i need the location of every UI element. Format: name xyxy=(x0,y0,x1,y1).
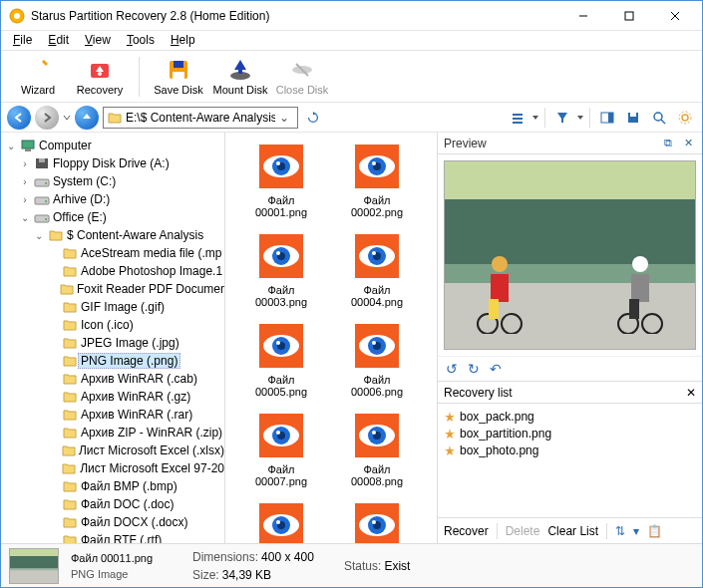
svg-point-110 xyxy=(642,314,662,334)
recovery-save-icon[interactable]: ▾ xyxy=(633,524,639,538)
svg-point-88 xyxy=(276,520,280,524)
mount-disk-button[interactable]: Mount Disk xyxy=(211,53,269,101)
tree-folder[interactable]: Архив WinRAR (.cab) xyxy=(1,370,224,388)
tree-folder[interactable]: Adobe Photoshop Image.1 xyxy=(1,262,224,280)
tree-folder[interactable]: Icon (.ico) xyxy=(1,316,224,334)
recovery-item[interactable]: box_photo.png xyxy=(444,441,696,458)
file-thumbnail[interactable]: Файл 00007.png xyxy=(241,410,321,489)
view-dropdown-icon[interactable] xyxy=(532,113,538,123)
expand-icon[interactable]: › xyxy=(19,158,31,169)
recovery-item[interactable]: box_pack.png xyxy=(444,408,696,425)
tree-folder[interactable]: Лист Microsoft Excel (.xlsx) xyxy=(1,441,224,459)
wizard-button[interactable]: Wizard xyxy=(9,53,67,101)
reset-rotation-icon[interactable]: ↶ xyxy=(490,361,502,377)
recovery-paste-icon[interactable]: 📋 xyxy=(647,524,662,538)
tree-folder[interactable]: Файл RTF (.rtf) xyxy=(1,531,224,543)
file-thumbnail[interactable]: Файл 00010.png xyxy=(337,499,417,543)
expand-icon[interactable]: ⌄ xyxy=(33,230,45,241)
preview-popout-icon[interactable]: ⧉ xyxy=(660,136,676,151)
rotate-left-icon[interactable]: ↺ xyxy=(446,361,458,377)
options-button[interactable] xyxy=(674,107,696,129)
close-button[interactable] xyxy=(652,1,698,31)
tree-folder[interactable]: Файл DOCX (.docx) xyxy=(1,513,224,531)
tree-computer[interactable]: ⌄Computer xyxy=(1,137,224,154)
tree-folder[interactable]: Архив WinRAR (.gz) xyxy=(1,388,224,406)
address-dropdown-icon[interactable]: ⌄ xyxy=(275,111,293,125)
tree-folder[interactable]: Архив ZIP - WinRAR (.zip) xyxy=(1,424,224,441)
file-thumbnail[interactable]: Файл 00004.png xyxy=(337,230,417,310)
tree-folder[interactable]: Архив WinRAR (.rar) xyxy=(1,406,224,424)
funnel-icon xyxy=(555,111,569,125)
tree-folder[interactable]: Файл DOC (.doc) xyxy=(1,495,224,513)
tree-folder[interactable]: Лист Microsoft Excel 97-20 xyxy=(1,459,224,477)
menu-bar: File Edit View Tools Help xyxy=(1,31,702,51)
file-name: Файл 00003.png xyxy=(243,284,319,308)
recovery-button[interactable]: Recovery xyxy=(71,53,129,101)
tree-folder[interactable]: Файл BMP (.bmp) xyxy=(1,477,224,495)
file-type-icon xyxy=(257,501,305,543)
tree-folder[interactable]: JPEG Image (.jpg) xyxy=(1,334,224,352)
tree-folder[interactable]: PNG Image (.png) xyxy=(1,352,224,370)
recovery-item[interactable]: box_partition.png xyxy=(444,425,696,441)
history-dropdown-icon[interactable] xyxy=(63,113,71,123)
file-type-icon xyxy=(353,322,401,370)
tree-drive[interactable]: ⌄Office (E:) xyxy=(1,208,224,226)
save-disk-button[interactable]: Save Disk xyxy=(150,53,207,101)
forward-button[interactable] xyxy=(35,106,59,130)
tree-folder[interactable]: Foxit Reader PDF Documer xyxy=(1,280,224,298)
file-thumbnail[interactable]: Файл 00001.png xyxy=(241,141,321,220)
preview-image[interactable] xyxy=(444,160,696,350)
expand-icon[interactable]: ⌄ xyxy=(5,141,17,151)
file-thumbnail[interactable]: Файл 00005.png xyxy=(241,320,321,400)
panel-preview-button[interactable] xyxy=(596,107,618,129)
svg-rect-28 xyxy=(22,141,34,148)
file-thumbnail[interactable]: Файл 00003.png xyxy=(241,230,321,310)
preview-close-icon[interactable]: ✕ xyxy=(680,136,696,151)
recovery-list[interactable]: box_pack.pngbox_partition.pngbox_photo.p… xyxy=(438,404,702,517)
panel-save-button[interactable] xyxy=(622,107,644,129)
search-button[interactable] xyxy=(648,107,670,129)
view-list-button[interactable] xyxy=(507,107,528,129)
menu-file[interactable]: File xyxy=(5,31,40,50)
back-button[interactable] xyxy=(7,106,31,130)
recovery-sort-icon[interactable]: ⇅ xyxy=(615,524,625,538)
tree-drive[interactable]: ›Arhive (D:) xyxy=(1,190,224,208)
file-thumbnail[interactable]: Файл 00009.png xyxy=(241,499,321,543)
file-grid[interactable]: Файл 00001.pngФайл 00002.pngФайл 00003.p… xyxy=(225,133,438,543)
tree-caa[interactable]: ⌄$ Content-Aware Analysis xyxy=(1,226,224,244)
svg-point-93 xyxy=(372,520,376,524)
menu-tools[interactable]: Tools xyxy=(119,31,163,50)
file-thumbnail[interactable]: Файл 00008.png xyxy=(337,410,417,489)
minimize-button[interactable] xyxy=(560,1,606,31)
tree-folder[interactable]: AceStream media file (.mp xyxy=(1,244,224,262)
main-toolbar: Wizard Recovery Save Disk Mount Disk Clo… xyxy=(1,51,702,103)
menu-edit[interactable]: Edit xyxy=(40,31,77,50)
filter-dropdown-icon[interactable] xyxy=(577,113,583,123)
clear-list-button[interactable]: Clear List xyxy=(547,524,598,538)
recovery-list-close-icon[interactable]: ✕ xyxy=(686,386,696,400)
rotate-right-icon[interactable]: ↻ xyxy=(468,361,480,377)
file-type-icon xyxy=(353,232,401,280)
menu-help[interactable]: Help xyxy=(163,31,203,50)
refresh-button[interactable] xyxy=(302,107,324,129)
folder-tree[interactable]: ⌄Computer›Floppy Disk Drive (A:)›System … xyxy=(1,133,225,543)
tree-folder[interactable]: GIF Image (.gif) xyxy=(1,298,224,316)
svg-rect-21 xyxy=(608,113,613,123)
filter-button[interactable] xyxy=(551,107,573,129)
file-thumbnail[interactable]: Файл 00002.png xyxy=(337,141,417,220)
expand-icon[interactable]: ⌄ xyxy=(19,212,31,223)
tree-drive[interactable]: ›Floppy Disk Drive (A:) xyxy=(1,154,224,172)
svg-point-9 xyxy=(98,72,102,76)
menu-view[interactable]: View xyxy=(77,31,119,50)
address-input[interactable] xyxy=(126,111,275,125)
expand-icon[interactable]: › xyxy=(19,194,31,205)
file-thumbnail[interactable]: Файл 00006.png xyxy=(337,320,417,400)
svg-rect-29 xyxy=(25,148,31,151)
recover-button[interactable]: Recover xyxy=(444,524,489,538)
svg-point-58 xyxy=(276,251,280,255)
up-button[interactable] xyxy=(75,106,99,130)
tree-drive[interactable]: ›System (C:) xyxy=(1,172,224,190)
expand-icon[interactable]: › xyxy=(19,176,31,187)
address-field[interactable]: ⌄ xyxy=(103,107,298,129)
maximize-button[interactable] xyxy=(606,1,652,31)
